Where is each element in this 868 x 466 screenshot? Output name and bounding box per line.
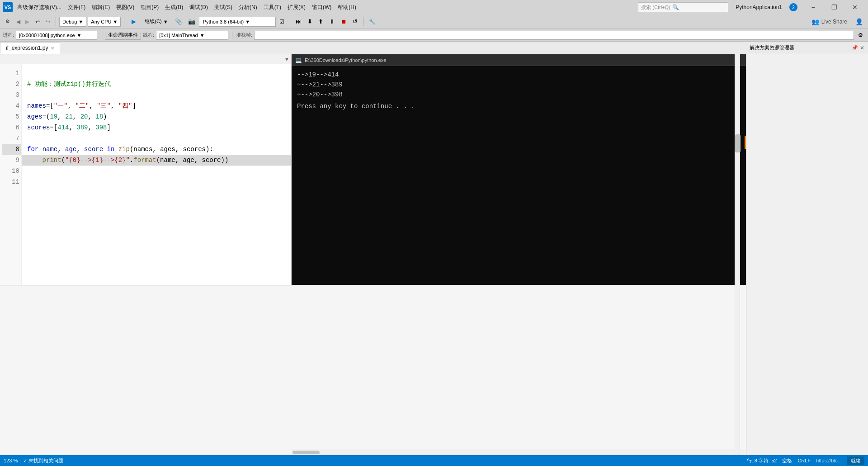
search-placeholder: 搜索 (Ctrl+Q) <box>641 4 670 11</box>
notification-badge[interactable]: 2 <box>789 3 797 11</box>
status-bar: 123 % ✓ 未找到相关问题 行: 8 字符: 52 空格 CRLF http… <box>0 455 868 466</box>
live-share-btn[interactable]: 👥 Live Share <box>807 17 852 26</box>
search-box[interactable]: 搜索 (Ctrl+Q) 🔍 <box>638 2 728 12</box>
terminal-path: E:\360Downloads\Python\python.exe <box>305 57 386 63</box>
lower-area <box>0 285 746 455</box>
tab-close-btn[interactable]: ✕ <box>51 46 54 51</box>
step-out[interactable]: ⬆ <box>316 17 326 26</box>
stack-options[interactable]: ⚙ <box>856 31 865 39</box>
redo-btn[interactable]: ↪ <box>43 17 52 26</box>
encoding-indicator[interactable]: CRLF <box>797 458 811 463</box>
debug-dropdown[interactable]: Debug▼ <box>59 17 86 27</box>
menu-item-save[interactable]: 高级保存选项(V)... <box>14 3 64 12</box>
live-share-icon: 👥 <box>811 18 819 25</box>
sol-pin-btn[interactable]: 📌 <box>852 45 858 51</box>
nav-back[interactable]: ◀ <box>14 17 23 26</box>
status-bar-right: 行: 8 字符: 52 空格 CRLF https://blo... 就绪 <box>747 456 864 465</box>
minimize-button[interactable]: － <box>803 0 824 14</box>
step-over[interactable]: ⏭ <box>293 17 304 26</box>
menu-item-build[interactable]: 生成(B) <box>162 3 186 12</box>
restore-button[interactable]: ❐ <box>824 0 844 14</box>
terminal-header: 💻 E:\360Downloads\Python\python.exe <box>292 54 746 66</box>
status-url: https://blo... <box>816 458 842 463</box>
app-title: PythonApplication1 <box>736 4 782 10</box>
menu-item-tools[interactable]: 工具(T) <box>261 3 284 12</box>
status-bar-left: 123 % ✓ 未找到相关问题 <box>4 457 747 464</box>
account-btn[interactable]: 👤 <box>853 17 865 27</box>
editor-dropdown[interactable]: ▼ <box>284 57 289 62</box>
undo-btn[interactable]: ↩ <box>33 17 42 26</box>
process-label: 进程: <box>3 32 14 38</box>
continue-btn[interactable]: 继续(C)▼ <box>142 17 171 26</box>
terminal-line-1: -->19-->414 <box>297 70 741 80</box>
menu-item-debug[interactable]: 调试(D) <box>187 3 211 12</box>
menu-item-extensions[interactable]: 扩展(X) <box>285 3 308 12</box>
stop-btn[interactable]: ⏹ <box>339 17 349 26</box>
row-col: 行: 8 字符: 52 <box>747 457 777 464</box>
horizontal-scrollbar[interactable] <box>292 449 746 455</box>
lifecycle-btn[interactable]: 生命周期事件 <box>105 31 141 40</box>
breakpoints-btn[interactable]: ☑ <box>277 17 287 26</box>
sol-scrollbar[interactable] <box>735 54 740 455</box>
tab-editor[interactable]: if_expression1.py ✕ <box>0 42 60 54</box>
thread-label: 线程: <box>143 32 154 38</box>
menu-item-view[interactable]: 视图(V) <box>113 3 137 12</box>
menu-item-file[interactable]: 文件(F) <box>65 3 88 12</box>
step-in[interactable]: ⬇ <box>305 17 315 26</box>
window-buttons: － ❐ ✕ <box>803 0 865 14</box>
run-btn[interactable]: ▶ <box>127 17 140 26</box>
tab-filename: if_expression1.py <box>6 45 48 51</box>
menu-bar: 高级保存选项(V)... 文件(F) 编辑(E) 视图(V) 项目(P) 生成(… <box>14 3 636 12</box>
zoom-level[interactable]: 123 % <box>4 458 18 463</box>
app-logo: VS <box>3 2 13 12</box>
sol-close-btn[interactable]: ✕ <box>860 45 864 51</box>
right-edge-accent <box>745 136 746 149</box>
camera-btn[interactable]: 📷 <box>186 17 198 26</box>
search-icon: 🔍 <box>672 4 679 10</box>
menu-item-window[interactable]: 窗口(W) <box>309 3 334 12</box>
sol-explorer-title: 解决方案资源管理器 <box>750 44 794 51</box>
menu-item-test[interactable]: 测试(S) <box>212 3 235 12</box>
terminal-line-2: =-->21-->389 <box>297 80 741 90</box>
python-selector[interactable]: Python 3.8 (64-bit)▼ <box>199 17 276 27</box>
diagnostic-btn[interactable]: 🔧 <box>367 17 378 26</box>
spaces-indicator[interactable]: 空格 <box>782 457 792 464</box>
thread-dropdown[interactable]: [0x1] MainThread▼ <box>156 31 228 40</box>
menu-item-edit[interactable]: 编辑(E) <box>89 3 113 12</box>
attach-btn[interactable]: 📎 <box>173 17 184 26</box>
menu-item-analyze[interactable]: 分析(N) <box>236 3 260 12</box>
close-button[interactable]: ✕ <box>844 0 865 14</box>
stack-dropdown[interactable] <box>254 31 854 40</box>
ready-status: 就绪 <box>847 456 864 465</box>
cpu-dropdown[interactable]: Any CPU▼ <box>88 17 121 27</box>
pause-btn[interactable]: ⏸ <box>327 17 337 26</box>
menu-item-project[interactable]: 项目(P) <box>138 3 161 12</box>
menu-item-help[interactable]: 帮助(H) <box>335 3 359 12</box>
terminal-line-3: =-->20-->398 <box>297 90 741 100</box>
terminal-line-4: Press any key to continue . . . <box>297 101 741 111</box>
stack-label: 堆栈帧: <box>236 32 252 38</box>
settings-btn[interactable]: ⚙ <box>3 17 13 26</box>
process-dropdown[interactable]: [0x00001008] python.exe▼ <box>16 31 97 40</box>
solution-explorer <box>746 54 868 455</box>
nav-forward[interactable]: ▶ <box>23 17 32 26</box>
terminal-icon: 💻 <box>295 57 302 63</box>
restart-btn[interactable]: ↺ <box>350 17 360 26</box>
no-problems[interactable]: ✓ 未找到相关问题 <box>23 457 63 464</box>
